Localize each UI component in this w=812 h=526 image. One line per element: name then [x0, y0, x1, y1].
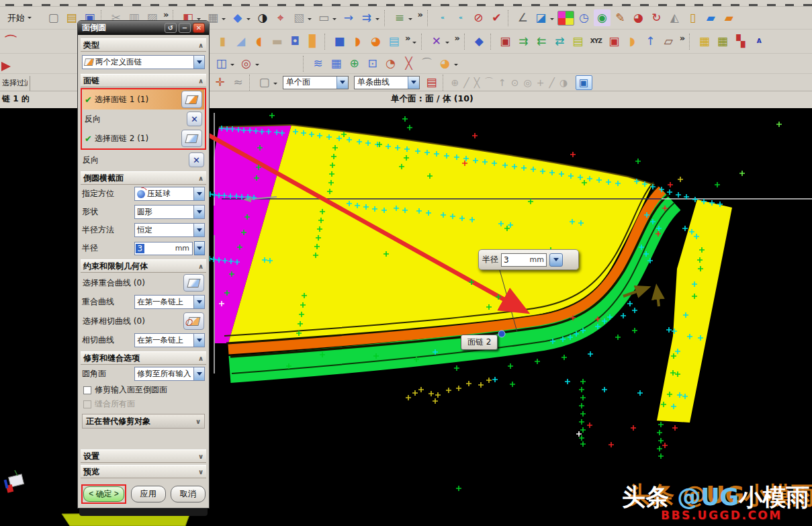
chevron-down-icon[interactable]: [454, 64, 458, 68]
copy-object-icon[interactable]: ⇉: [358, 9, 375, 26]
snap-option-icon[interactable]: ◎: [524, 77, 532, 88]
select-face-chain-2-row[interactable]: ✔ 选择面链 2 (1): [83, 128, 204, 148]
highlight-layers-icon[interactable]: ▤: [423, 74, 440, 91]
checkbox-unchecked[interactable]: [83, 386, 91, 394]
wave-link-icon[interactable]: ▣: [497, 33, 514, 50]
group-header-cross-section[interactable]: 倒圆横截面 ∧: [81, 171, 206, 185]
coincident-dropdown[interactable]: 在第一条链上: [134, 295, 205, 309]
radius-method-dropdown[interactable]: 恒定: [134, 223, 205, 237]
chevron-down-icon[interactable]: [375, 18, 379, 22]
select-check-icon[interactable]: ✔: [488, 9, 505, 26]
replacing-trim-objects-bar[interactable]: 正在替代修剪对象 ∨: [82, 414, 205, 429]
overflow-icon[interactable]: »: [417, 9, 422, 19]
overflow-icon[interactable]: »: [454, 33, 459, 43]
link-right-icon[interactable]: ⇉: [515, 33, 532, 50]
select-face-chain-1-row[interactable]: ✔ 选择面链 1 (1): [83, 89, 204, 109]
apply-button[interactable]: 应用: [131, 486, 166, 502]
raise-face-icon[interactable]: ↑: [642, 33, 659, 50]
face-chain-1-button[interactable]: [181, 91, 202, 108]
overflow-icon[interactable]: »: [680, 33, 685, 43]
sketch-frame-icon[interactable]: ▣: [606, 33, 623, 50]
radius-tag-input[interactable]: 3 mm: [501, 253, 547, 267]
reverse-direction-1-button[interactable]: ✕: [187, 112, 202, 126]
ok-button[interactable]: < 确定 >: [83, 486, 124, 502]
rotate-view-icon[interactable]: ↻: [648, 9, 665, 26]
pocket-icon[interactable]: ◘: [287, 33, 304, 50]
tangency-point[interactable]: [498, 331, 505, 337]
arrow-tool-icon[interactable]: [1, 62, 15, 71]
fillet-face-dropdown[interactable]: 修剪至所有输入: [134, 367, 205, 381]
snap-back-1-icon[interactable]: «: [434, 9, 451, 26]
no-selection-filter-icon[interactable]: ⊘: [470, 9, 487, 26]
dropdown-arrow-icon[interactable]: [193, 224, 204, 236]
chevron-down-icon[interactable]: [408, 18, 412, 22]
sphere-analysis-icon[interactable]: ⊕: [346, 55, 363, 72]
snap-option-icon[interactable]: ╱: [549, 77, 555, 88]
type-filter-dropdown[interactable]: 单个面: [283, 76, 349, 89]
operation-list-icon[interactable]: ≡: [391, 9, 408, 26]
type-dropdown[interactable]: 两个定义面链: [82, 55, 205, 69]
trim-sheet-icon[interactable]: ▬: [269, 33, 285, 50]
curve-tool-icon[interactable]: ⌒: [4, 32, 17, 50]
group-header-preview[interactable]: 预览 ∨: [81, 465, 206, 478]
reset-icon[interactable]: ↺: [165, 23, 177, 33]
dropdown-arrow-icon[interactable]: [193, 187, 204, 200]
snap-option-icon[interactable]: ◑: [559, 77, 568, 88]
datum-marker-icon[interactable]: ⌖: [272, 9, 289, 26]
edit-attributes-icon[interactable]: ✎: [612, 9, 629, 26]
dropdown-arrow-icon[interactable]: [408, 77, 419, 89]
chevron-down-icon[interactable]: [246, 18, 251, 22]
snap-back-2-icon[interactable]: «: [452, 9, 469, 26]
view-split-icon[interactable]: ◪: [533, 9, 549, 26]
dropdown-arrow-icon[interactable]: [193, 206, 204, 218]
measure-icon[interactable]: ∠: [514, 9, 531, 26]
coincident-curve-button[interactable]: [183, 274, 204, 292]
chevron-down-icon[interactable]: [445, 42, 449, 46]
analysis-spheres-icon[interactable]: ◕: [630, 9, 647, 26]
group-header-type[interactable]: 类型 ∧: [81, 38, 206, 52]
dropdown-arrow-icon[interactable]: [193, 296, 204, 308]
snap-option-icon[interactable]: ╳: [474, 77, 480, 88]
select-tangent-curve-row[interactable]: 选择相切曲线 (0): [81, 311, 206, 331]
block-icon[interactable]: ▮: [214, 33, 231, 50]
snap-option-icon[interactable]: +: [537, 77, 545, 88]
wireframe-cube-icon[interactable]: ▧: [290, 9, 307, 26]
open-sheet-icon[interactable]: ⌒: [418, 55, 435, 72]
link-swap-icon[interactable]: ⇄: [551, 33, 568, 50]
chevron-down-icon[interactable]: [255, 64, 259, 68]
draft-icon[interactable]: ◢: [232, 33, 249, 50]
boxed-surface-icon[interactable]: ⊡: [364, 55, 381, 72]
rolled-sheet-icon[interactable]: ◕: [437, 55, 453, 72]
solid-cube-icon[interactable]: ◆: [229, 9, 246, 26]
spreadsheet-icon[interactable]: ▦: [714, 33, 731, 50]
select-coincident-curve-row[interactable]: 选择重合曲线 (0): [81, 273, 206, 293]
snap-option-icon[interactable]: ╱: [463, 77, 469, 88]
orient-dropdown[interactable]: 压延球: [134, 187, 205, 201]
group-header-trim[interactable]: 修剪和缝合选项 ∧: [81, 351, 206, 365]
radius-input[interactable]: 3 mm: [134, 242, 193, 255]
chevron-down-icon[interactable]: [230, 64, 234, 68]
chevron-down-icon[interactable]: [273, 83, 277, 87]
face-yellow-right-strip[interactable]: [657, 200, 732, 423]
delete-face-icon[interactable]: ✕: [428, 33, 445, 50]
trim-input-faces-checkbox-row[interactable]: 修剪输入面至倒圆面: [81, 383, 206, 397]
snap-option-icon[interactable]: ⊙: [511, 77, 519, 88]
fan-surface-icon[interactable]: ◔: [382, 55, 399, 72]
overlap-squares-icon[interactable]: ▱: [660, 33, 677, 50]
sheet-bend-icon[interactable]: ≋: [310, 55, 326, 72]
tangent-dropdown[interactable]: 在第一条链上: [134, 333, 205, 347]
snap-handle-icon[interactable]: ≈: [230, 74, 246, 91]
sheet-grid-icon[interactable]: ▦: [328, 55, 345, 72]
object-colors-icon[interactable]: [557, 11, 574, 26]
chevron-down-icon[interactable]: [308, 18, 312, 22]
dropdown-arrow-icon[interactable]: [193, 56, 204, 69]
face-chain-2-tag[interactable]: 面链 2: [461, 335, 498, 350]
dialog-titlebar[interactable]: 面倒圆 ↺ − ✕: [78, 21, 209, 35]
radius-tag-options-button[interactable]: [549, 253, 563, 267]
view-window-icon[interactable]: ▭: [315, 9, 332, 26]
chevron-down-icon[interactable]: [550, 18, 554, 22]
menubar-clipped[interactable]: [0, 0, 812, 7]
wireframe-box-icon[interactable]: ▯: [684, 9, 701, 26]
group-header-settings[interactable]: 设置 ∨: [81, 449, 206, 463]
overflow-icon[interactable]: »: [405, 33, 410, 43]
